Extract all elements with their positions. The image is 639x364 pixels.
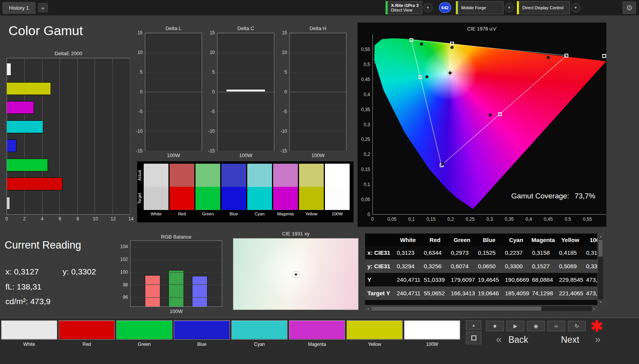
display-label-box[interactable]: Direct Display Control: [519, 1, 570, 14]
gridline: [145, 131, 202, 131]
swatch-column-white: White: [144, 164, 168, 217]
gridline: [290, 112, 346, 112]
back-button[interactable]: Back: [508, 335, 528, 345]
measured-point-green: [420, 42, 423, 46]
play-button[interactable]: ▶: [506, 321, 524, 331]
gridline: [145, 151, 202, 151]
axis-tick-label: 2: [23, 216, 26, 222]
actual-swatch: [247, 164, 272, 187]
actual-swatch: [170, 164, 194, 187]
table-header-cell: [365, 234, 394, 246]
gridline: [218, 131, 274, 131]
table-cell: 68,0884: [530, 273, 557, 286]
patch-color: [404, 320, 460, 340]
axis-tick-label: 0: [5, 216, 8, 222]
play-icon: ▶: [513, 323, 517, 329]
deltae-bar-row-green: [7, 159, 130, 171]
record-button[interactable]: ◉: [527, 321, 545, 331]
table-row: y: CIE310,32940,32560,60740,06500,33000,…: [365, 259, 597, 273]
table-cell: 3,0708: [530, 300, 557, 305]
gridline: [42, 58, 42, 214]
axis-tick-label: 5: [273, 69, 287, 75]
delta-chart-delta-l: Delta L151050-5-10-15100W: [129, 25, 202, 160]
gridline: [77, 58, 78, 214]
cie1976-title: CIE 1976 u'v': [358, 26, 606, 32]
stop-button[interactable]: ■: [486, 321, 504, 331]
source-dropdown-arrow[interactable]: ▼: [505, 3, 514, 12]
table-horizontal-scrollbar[interactable]: ◄ ►: [365, 306, 597, 312]
cie1976-plot: Gamut Coverage: 73,7%: [372, 34, 606, 215]
horizontal-scroll-thumb[interactable]: [371, 306, 541, 311]
axis-tick-label: 0,05: [357, 197, 370, 202]
delta-chart-delta-h: Delta H151050-5-10-15100W: [274, 25, 346, 160]
patch-button-white[interactable]: White: [1, 320, 57, 347]
patch-color: [116, 320, 172, 340]
stop-pattern-button[interactable]: [466, 332, 481, 344]
vertical-scroll-thumb[interactable]: [598, 240, 603, 257]
deltae-bar-row-100w: [7, 197, 130, 210]
swatch-label: Green: [195, 210, 220, 217]
refresh-button[interactable]: ↻: [568, 321, 586, 331]
display-control-selector[interactable]: Direct Display Control ▼: [517, 1, 580, 14]
continuous-button[interactable]: ∞: [547, 321, 565, 331]
display-dropdown-arrow[interactable]: ▼: [571, 3, 580, 12]
table-row: Target Y240,471155,0652166,341319,064618…: [365, 286, 597, 300]
table-cell: 0,3123: [394, 246, 421, 259]
table-row: ΔE 20000,50026,31554,68301,10074,13453,0…: [365, 300, 597, 305]
meter-dropdown-arrow[interactable]: ▼: [423, 3, 433, 12]
patch-button-magenta[interactable]: Magenta: [289, 320, 345, 347]
gridline: [145, 112, 202, 112]
scroll-down-icon[interactable]: ▼: [598, 300, 603, 305]
cie1976-yaxis: 0,550,50,450,40,350,30,250,20,150,10,050: [358, 34, 371, 215]
meter-selector[interactable]: X-Rite i1Pro 3 Direct View ▼: [386, 1, 433, 14]
table-cell: 179,6097: [449, 273, 476, 286]
back-chevron-icon[interactable]: «: [496, 334, 501, 345]
swatch-label: Blue: [221, 210, 246, 217]
actual-swatch: [144, 164, 168, 187]
next-chevron-icon[interactable]: »: [595, 334, 600, 345]
swatch-column-cyan: Cyan: [247, 164, 272, 217]
table-header-cell: Green: [449, 234, 476, 246]
swatch-columns: WhiteRedGreenBlueCyanMagentaYellow100W: [144, 164, 350, 217]
swatch-column-100w: 100W: [325, 164, 350, 217]
next-button[interactable]: Next: [561, 335, 579, 345]
patch-button-blue[interactable]: Blue: [174, 320, 230, 347]
meter-label[interactable]: X-Rite i1Pro 3 Direct View: [387, 1, 422, 14]
gridline: [218, 151, 274, 151]
axis-tick-label: 0,4: [525, 217, 532, 222]
table-vertical-scrollbar[interactable]: ▲ ▼: [598, 234, 603, 305]
rgb-balance-plot: [130, 240, 222, 307]
deltae-xticks: 02468101214: [7, 216, 131, 222]
actual-swatch: [195, 164, 220, 187]
square-icon: [471, 335, 476, 340]
axis-tick-label: -15: [129, 148, 143, 154]
scroll-left-icon[interactable]: ◄: [365, 306, 370, 311]
collapse-up-button[interactable]: ▲: [466, 320, 481, 330]
scroll-right-icon[interactable]: ►: [592, 306, 597, 311]
page-title: Color Gamut: [8, 23, 83, 38]
axis-tick-label: 4: [41, 216, 44, 222]
table-cell: 6,3155: [421, 300, 449, 305]
axis-tick-label: 100: [116, 269, 128, 275]
patch-button-100w[interactable]: 100W: [404, 320, 460, 347]
actual-row-label: Actual: [138, 164, 143, 187]
top-toolbar: History 1 + X-Rite i1Pro 3 Direct View ▼…: [0, 0, 639, 15]
add-tab-button[interactable]: +: [38, 3, 48, 12]
patch-color: [231, 320, 287, 340]
source-selector[interactable]: Mobile Forge ▼: [456, 1, 514, 14]
history-tab[interactable]: History 1: [2, 2, 36, 14]
scroll-up-icon[interactable]: ▲: [598, 234, 603, 239]
deltae-chart-title: DeltaE 2000: [7, 51, 130, 56]
settings-gear-icon[interactable]: ⚙: [623, 2, 636, 14]
table-cell: 473,: [584, 273, 597, 286]
reading-x: x: 0,3127: [5, 267, 39, 276]
source-label-box[interactable]: Mobile Forge: [458, 1, 503, 14]
patch-button-cyan[interactable]: Cyan: [231, 320, 287, 347]
patch-button-red[interactable]: Red: [59, 320, 115, 347]
axis-tick-label: 0,2: [357, 152, 370, 157]
deltae-bar-magenta: [7, 101, 34, 114]
axis-tick-label: -15: [201, 148, 215, 154]
patch-button-yellow[interactable]: Yellow: [347, 320, 403, 347]
cie1931-title: CIE 1931 xy: [233, 231, 359, 237]
patch-button-green[interactable]: Green: [116, 320, 172, 347]
